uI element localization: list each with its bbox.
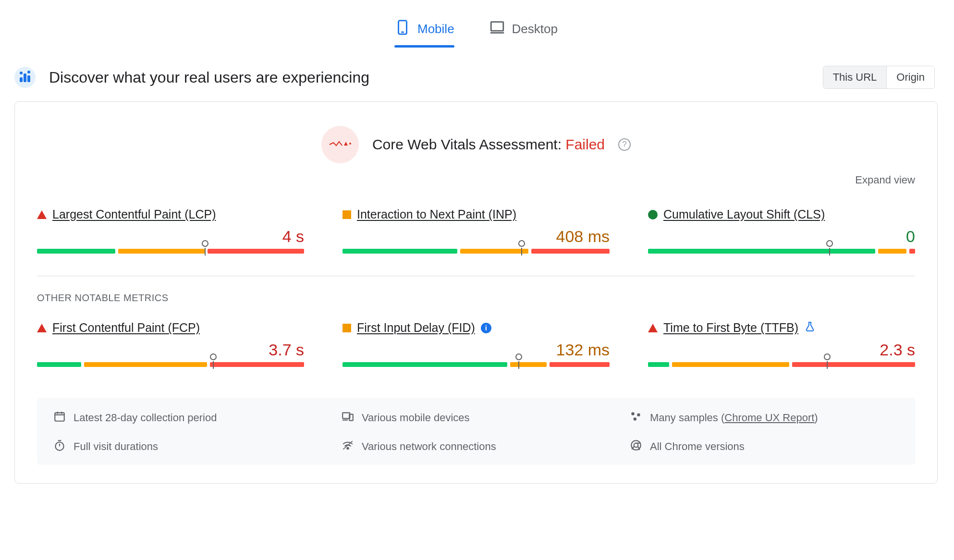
field-data-card: Core Web Vitals Assessment: Failed ? Exp… — [14, 101, 938, 484]
svg-point-15 — [634, 417, 637, 421]
metric-fcp-title[interactable]: First Contentful Paint (FCP) — [52, 321, 200, 335]
footer-info-grid: Latest 28-day collection period Various … — [37, 398, 915, 465]
triangle-poor-icon — [37, 210, 47, 219]
metric-cls-title[interactable]: Cumulative Layout Shift (CLS) — [663, 207, 825, 221]
page-title: Discover what your real users are experi… — [49, 69, 369, 86]
metric-fid-value: 132 ms — [342, 341, 610, 359]
metric-ttfb-marker — [824, 353, 831, 360]
assessment-label: Core Web Vitals Assessment: — [372, 136, 565, 152]
svg-marker-4 — [344, 142, 348, 146]
svg-rect-2 — [491, 22, 503, 31]
stopwatch-icon — [53, 439, 66, 454]
metric-ttfb-title[interactable]: Time to First Byte (TTFB) — [663, 321, 798, 335]
tab-mobile-label: Mobile — [417, 22, 454, 37]
svg-point-19 — [347, 448, 348, 449]
footer-samples-text: Many samples (Chrome UX Report) — [650, 412, 818, 424]
metric-fcp-value: 3.7 s — [37, 341, 304, 359]
metric-ttfb-bar — [648, 362, 915, 367]
metric-fid-marker — [515, 353, 522, 360]
metric-lcp-title[interactable]: Largest Contentful Paint (LCP) — [52, 207, 216, 221]
scope-origin[interactable]: Origin — [887, 66, 934, 88]
svg-rect-10 — [342, 413, 350, 418]
footer-devices-text: Various mobile devices — [362, 412, 470, 424]
metric-cls-marker — [826, 240, 833, 247]
tab-desktop-label: Desktop — [512, 22, 558, 37]
scope-this-url[interactable]: This URL — [823, 66, 887, 88]
metric-ttfb: Time to First Byte (TTFB) 2.3 s — [648, 321, 915, 367]
other-metrics-grid: First Contentful Paint (FCP) 3.7 s First… — [37, 321, 915, 367]
assessment-help-icon[interactable]: ? — [618, 138, 631, 151]
footer-period: Latest 28-day collection period — [53, 410, 322, 426]
metric-fid-title[interactable]: First Input Delay (FID) — [357, 321, 475, 335]
footer-durations-text: Full visit durations — [73, 440, 158, 453]
square-ni-icon — [342, 324, 351, 332]
experimental-flask-icon[interactable] — [804, 321, 816, 335]
metric-inp-title[interactable]: Interaction to Next Paint (INP) — [357, 207, 516, 221]
field-data-icon — [14, 67, 36, 88]
metric-inp-marker — [518, 240, 525, 247]
fid-info-icon[interactable]: i — [481, 323, 491, 333]
svg-point-5 — [349, 143, 351, 145]
metric-fcp-marker — [210, 353, 217, 360]
footer-period-text: Latest 28-day collection period — [73, 412, 217, 424]
triangle-poor-icon — [37, 324, 47, 332]
metric-lcp: Largest Contentful Paint (LCP) 4 s — [37, 207, 304, 254]
footer-network: Various network connections — [342, 439, 611, 454]
metric-fcp-bar — [37, 362, 304, 367]
core-metrics-grid: Largest Contentful Paint (LCP) 4 s Inter… — [37, 207, 915, 254]
samples-icon — [630, 410, 642, 426]
expand-view-link[interactable]: Expand view — [37, 174, 915, 186]
devices-icon — [342, 410, 354, 426]
metric-fcp: First Contentful Paint (FCP) 3.7 s — [37, 321, 304, 367]
metric-fid: First Input Delay (FID) i 132 ms — [342, 321, 610, 367]
triangle-poor-icon — [648, 324, 658, 332]
metric-inp-bar — [342, 249, 610, 254]
metric-cls-bar — [648, 249, 915, 254]
other-metrics-label: OTHER NOTABLE METRICS — [37, 292, 915, 304]
svg-rect-6 — [55, 413, 64, 421]
metric-cls: Cumulative Layout Shift (CLS) 0 — [648, 207, 915, 254]
crux-report-link[interactable]: Chrome UX Report — [724, 412, 814, 424]
circle-good-icon — [648, 210, 658, 219]
calendar-icon — [53, 410, 66, 426]
chrome-icon — [630, 439, 642, 454]
metric-inp-value: 408 ms — [342, 227, 610, 246]
device-tabs: Mobile Desktop — [14, 14, 938, 47]
mobile-icon — [394, 19, 411, 39]
footer-versions-text: All Chrome versions — [650, 440, 745, 453]
assessment-text: Core Web Vitals Assessment: Failed — [372, 136, 605, 153]
footer-versions: All Chrome versions — [630, 439, 899, 454]
footer-devices: Various mobile devices — [342, 410, 611, 426]
footer-durations: Full visit durations — [53, 439, 322, 454]
footer-samples: Many samples (Chrome UX Report) — [630, 410, 899, 426]
metric-ttfb-value: 2.3 s — [648, 341, 915, 359]
svg-point-13 — [631, 412, 635, 415]
metric-cls-value: 0 — [648, 227, 915, 246]
metric-inp: Interaction to Next Paint (INP) 408 ms — [342, 207, 610, 254]
tab-mobile[interactable]: Mobile — [391, 14, 457, 47]
assessment-row: Core Web Vitals Assessment: Failed ? — [37, 126, 915, 163]
svg-point-14 — [637, 414, 640, 417]
tab-desktop[interactable]: Desktop — [486, 14, 561, 47]
assessment-status: Failed — [565, 136, 605, 152]
metric-lcp-bar — [37, 249, 304, 254]
metric-fid-bar — [342, 362, 610, 367]
footer-network-text: Various network connections — [362, 440, 496, 453]
metric-lcp-value: 4 s — [37, 227, 304, 246]
assessment-fail-icon — [321, 126, 359, 163]
scope-toggle: This URL Origin — [823, 66, 935, 89]
header-row: Discover what your real users are experi… — [14, 66, 935, 89]
network-icon — [342, 439, 354, 454]
square-ni-icon — [342, 210, 351, 219]
desktop-icon — [489, 19, 505, 39]
separator — [37, 276, 915, 276]
metric-lcp-marker — [202, 240, 208, 247]
